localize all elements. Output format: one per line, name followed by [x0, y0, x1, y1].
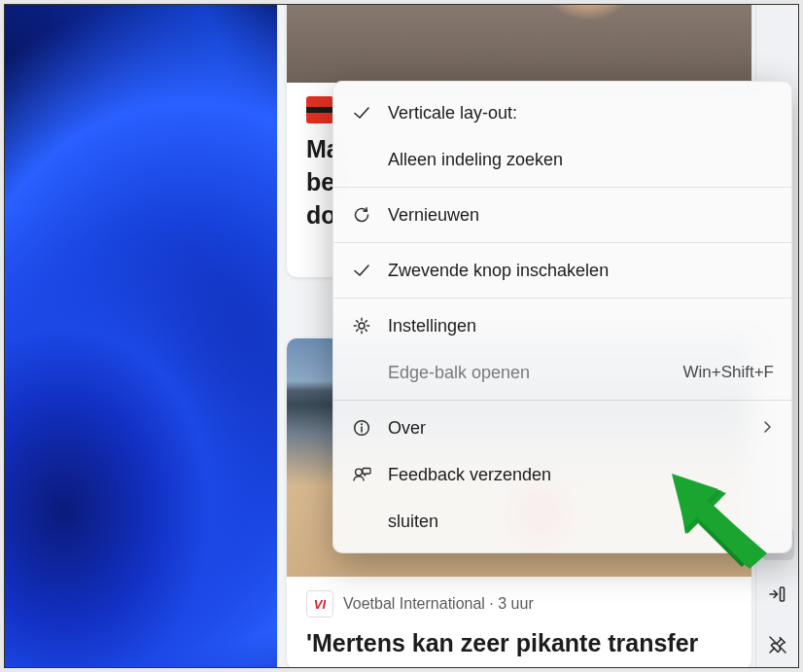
menu-item-label: Verticale lay-out:	[388, 103, 774, 124]
unpin-sidebar-button[interactable]	[761, 628, 794, 661]
menu-item-vertical-layout[interactable]: Verticale lay-out:	[333, 89, 791, 136]
collapse-sidebar-button[interactable]	[761, 578, 794, 611]
check-icon	[349, 258, 374, 283]
menu-item-search-layout-only[interactable]: Alleen indeling zoeken	[333, 136, 791, 183]
menu-item-label: Edge-balk openen	[388, 363, 682, 383]
menu-item-open-edge-bar: Edge-balk openen Win+Shift+F	[333, 349, 791, 396]
menu-separator	[333, 400, 791, 401]
menu-item-send-feedback[interactable]: Feedback verzenden	[333, 451, 791, 498]
menu-item-label: Vernieuwen	[388, 205, 774, 226]
news-card-image	[287, 5, 751, 83]
menu-separator	[333, 298, 791, 299]
refresh-icon	[349, 202, 374, 228]
menu-item-settings[interactable]: Instellingen	[333, 302, 791, 349]
menu-item-label: Over	[388, 418, 760, 439]
unpin-icon	[767, 634, 788, 655]
svg-point-0	[359, 323, 365, 329]
news-card-headline: 'Mertens kan zeer pikante transfer	[306, 627, 732, 659]
svg-point-2	[361, 423, 363, 425]
source-badge-icon	[306, 96, 333, 124]
check-icon	[349, 100, 374, 125]
menu-item-about[interactable]: Over	[333, 405, 791, 451]
svg-rect-4	[780, 587, 784, 601]
feedback-icon	[349, 462, 374, 487]
chevron-right-icon	[760, 418, 774, 439]
menu-item-label: Alleen indeling zoeken	[388, 150, 774, 170]
svg-point-3	[356, 469, 363, 476]
source-badge-icon: VI	[306, 590, 333, 618]
menu-item-label: Zwevende knop inschakelen	[388, 261, 774, 281]
info-icon	[349, 415, 374, 441]
desktop-wallpaper	[5, 5, 277, 667]
menu-item-label: Instellingen	[388, 316, 774, 336]
menu-item-refresh[interactable]: Vernieuwen	[333, 192, 791, 238]
menu-separator	[333, 242, 791, 243]
menu-item-label: Feedback verzenden	[388, 465, 774, 485]
menu-item-floating-button[interactable]: Zwevende knop inschakelen	[333, 247, 791, 294]
news-card-source: Voetbal International · 3 uur	[343, 595, 534, 613]
menu-item-label: sluiten	[388, 512, 774, 532]
collapse-icon	[767, 584, 788, 605]
menu-item-shortcut: Win+Shift+F	[682, 363, 774, 382]
menu-item-close[interactable]: sluiten	[333, 498, 791, 545]
context-menu: Verticale lay-out: Alleen indeling zoeke…	[332, 81, 792, 553]
gear-icon	[349, 313, 374, 338]
menu-separator	[333, 187, 791, 188]
